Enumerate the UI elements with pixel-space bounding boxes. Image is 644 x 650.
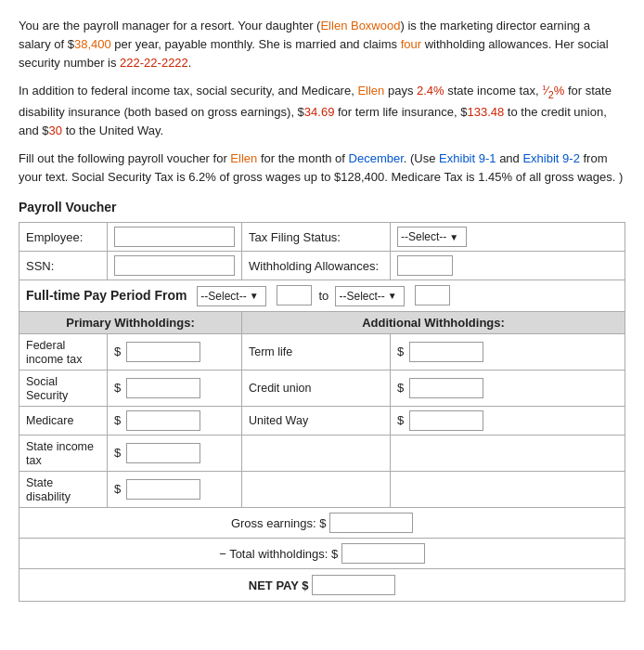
primary-header-text: Primary Withholdings: xyxy=(66,316,195,330)
intro-p3: Fill out the following payroll voucher f… xyxy=(19,150,625,187)
federal-dollar: $ xyxy=(114,344,121,358)
tax-filing-label-cell: Tax Filing Status: xyxy=(242,223,391,252)
additional-header-text: Additional Withholdings: xyxy=(362,316,505,330)
withholdings-header-row: Primary Withholdings: Additional Withhol… xyxy=(19,311,625,333)
period-to-select[interactable]: --Select-- ▼ xyxy=(335,286,405,306)
state-income-input-cell: $ xyxy=(108,435,242,471)
term-label: Term life xyxy=(249,345,292,358)
withholding-row-1: Federal income tax $ Term life $ xyxy=(19,333,625,370)
medicare-dollar: $ xyxy=(114,413,121,427)
united-input-cell: $ xyxy=(391,406,625,435)
employee-label-cell: Employee: xyxy=(19,223,108,252)
intro-p2: In addition to federal income tax, socia… xyxy=(19,82,625,140)
ssn-input-cell xyxy=(108,252,242,280)
allowances-word: four xyxy=(401,37,421,51)
tax-filing-label: Tax Filing Status: xyxy=(249,230,341,244)
term-life-amount: 34.69 xyxy=(304,105,335,119)
to-label: to xyxy=(318,289,328,303)
period-from-input[interactable] xyxy=(277,285,312,306)
withholding-row-5: State disability $ xyxy=(19,471,625,507)
total-input[interactable] xyxy=(341,543,425,564)
federal-input-cell: $ xyxy=(108,333,242,370)
federal-input[interactable] xyxy=(126,342,200,362)
empty-cell-3 xyxy=(242,471,391,507)
pay-period-cell: Full-time Pay Period From --Select-- ▼ t… xyxy=(19,280,625,312)
employee-row: Employee: Tax Filing Status: --Select-- … xyxy=(19,223,625,252)
exhibit-9-1: Exhibit 9-1 xyxy=(439,151,496,165)
total-withholdings-row: − Total withholdings: $ xyxy=(19,538,625,568)
state-disability-input-cell: $ xyxy=(108,471,242,507)
total-withholdings-cell: − Total withholdings: $ xyxy=(19,538,625,568)
employee-label: Employee: xyxy=(26,230,83,244)
united-input[interactable] xyxy=(409,410,483,431)
credit-label-cell: Credit union xyxy=(242,370,391,406)
employee-input-cell xyxy=(108,223,242,252)
credit-union-amount: 133.48 xyxy=(467,105,504,119)
period-to-input[interactable] xyxy=(415,285,450,306)
term-input[interactable] xyxy=(409,342,483,362)
employee-input[interactable] xyxy=(114,227,235,247)
gross-earnings-row: Gross earnings: $ xyxy=(19,507,625,538)
period-from-select[interactable]: --Select-- ▼ xyxy=(197,286,266,306)
net-pay-cell: NET PAY $ xyxy=(19,568,625,601)
gross-earnings-cell: Gross earnings: $ xyxy=(19,507,625,538)
united-dollar: $ xyxy=(397,413,404,427)
empty-cell-4 xyxy=(391,471,625,507)
withholding-row-4: State income tax $ xyxy=(19,435,625,471)
term-dollar: $ xyxy=(397,344,404,358)
gross-input[interactable] xyxy=(329,513,413,533)
intro-p1: You are the payroll manager for a resort… xyxy=(19,17,625,72)
salary-amount: 38,400 xyxy=(74,37,111,51)
ssn-input[interactable] xyxy=(114,255,235,276)
withholding-label: Withholding Allowances: xyxy=(249,259,379,273)
credit-label: Credit union xyxy=(249,382,311,395)
net-pay-row: NET PAY $ xyxy=(19,568,625,601)
ss-label: Social Security xyxy=(26,375,68,402)
medicare-label: Medicare xyxy=(26,414,73,427)
empty-cell-2 xyxy=(391,435,625,471)
state-disability-input[interactable] xyxy=(126,479,200,500)
name-ellen-boxwood: Ellen Boxwood xyxy=(320,19,400,32)
gross-label: Gross earnings: $ xyxy=(231,515,327,529)
name-ellen-2: Ellen xyxy=(230,151,257,165)
period-to-arrow-icon: ▼ xyxy=(388,291,397,301)
total-label: − Total withholdings: $ xyxy=(219,546,338,560)
state-income-label-cell: State income tax xyxy=(19,435,108,471)
medicare-input[interactable] xyxy=(126,410,200,431)
term-label-cell: Term life xyxy=(242,333,391,370)
ssn-value: 222-22-2222 xyxy=(120,56,188,70)
state-disability-dollar: $ xyxy=(114,482,121,496)
full-time-label: Full-time Pay Period From xyxy=(26,288,187,303)
exhibit-9-2: Exhibit 9-2 xyxy=(522,151,579,165)
disability-rate: 1⁄2% xyxy=(542,84,564,98)
state-tax-rate: 2.4% xyxy=(417,84,444,98)
period-to-text: --Select-- xyxy=(339,290,384,303)
federal-label: Federal income tax xyxy=(26,339,82,366)
state-income-input[interactable] xyxy=(126,443,200,463)
tax-filing-select[interactable]: --Select-- ▼ xyxy=(397,227,467,247)
intro-section: You are the payroll manager for a resort… xyxy=(19,17,625,187)
state-disability-label: State disability xyxy=(26,476,71,503)
pay-period-row: Full-time Pay Period From --Select-- ▼ t… xyxy=(19,280,625,312)
credit-input[interactable] xyxy=(409,378,483,398)
ssn-row: SSN: Withholding Allowances: xyxy=(19,252,625,280)
federal-label-cell: Federal income tax xyxy=(19,333,108,370)
payroll-voucher-table: Employee: Tax Filing Status: --Select-- … xyxy=(19,222,625,602)
credit-dollar: $ xyxy=(397,381,404,395)
tax-filing-arrow-icon: ▼ xyxy=(449,232,458,242)
net-input[interactable] xyxy=(312,575,395,595)
withholding-input[interactable] xyxy=(397,255,453,276)
ssn-label: SSN: xyxy=(26,259,54,273)
withholding-row-2: Social Security $ Credit union $ xyxy=(19,370,625,406)
state-income-label: State income tax xyxy=(26,440,94,467)
month-december: December xyxy=(349,151,404,165)
state-income-dollar: $ xyxy=(114,446,121,460)
ssn-label-cell: SSN: xyxy=(19,252,108,280)
empty-cell-1 xyxy=(242,435,391,471)
term-input-cell: $ xyxy=(391,333,625,370)
ss-input[interactable] xyxy=(126,378,200,398)
united-way-amount: 30 xyxy=(49,124,62,137)
medicare-label-cell: Medicare xyxy=(19,406,108,435)
period-from-arrow-icon: ▼ xyxy=(250,291,259,301)
name-ellen-1: Ellen xyxy=(357,84,384,98)
